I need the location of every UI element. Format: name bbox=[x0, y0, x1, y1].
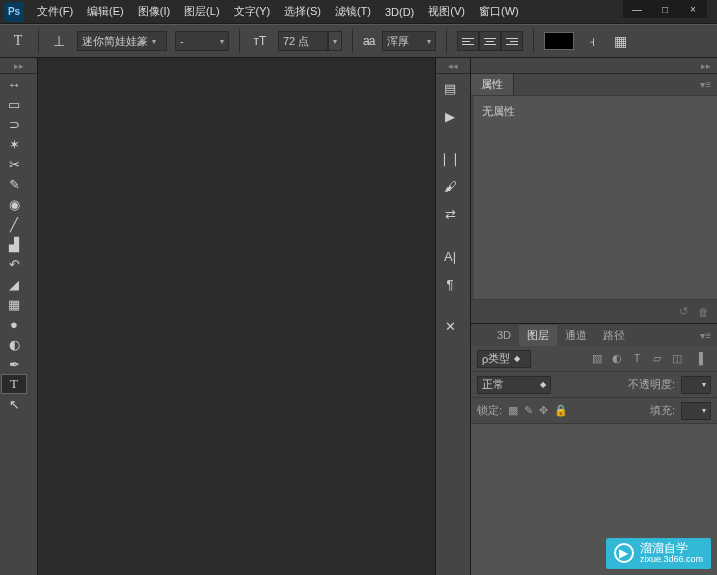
tab-paths[interactable]: 路径 bbox=[595, 325, 633, 346]
fill-field[interactable]: ▾ bbox=[681, 402, 711, 420]
layer-filter-dropdown[interactable]: ρ 类型 ◆ bbox=[477, 350, 531, 368]
character-icon[interactable]: A| bbox=[437, 244, 463, 268]
document-canvas[interactable] bbox=[38, 58, 435, 575]
dodge-tool[interactable]: ◐ bbox=[1, 334, 27, 354]
stamp-tool[interactable]: ▟ bbox=[1, 234, 27, 254]
filter-adjust-icon[interactable]: ◐ bbox=[609, 352, 625, 365]
font-style-dropdown[interactable]: -▾ bbox=[175, 31, 229, 51]
options-bar: T ⊥ 迷你简娃娃篆▾ -▾ тT 72 点 ▾ aa 浑厚▾ ⫞ ▦ bbox=[0, 24, 717, 58]
brushes-icon[interactable]: ❘❘ bbox=[437, 146, 463, 170]
font-family-dropdown[interactable]: 迷你简娃娃篆▾ bbox=[77, 31, 167, 51]
crop-tool[interactable]: ✂ bbox=[1, 154, 27, 174]
menu-type[interactable]: 文字(Y) bbox=[227, 1, 278, 22]
font-size-icon: тT bbox=[250, 29, 270, 53]
paragraph-icon[interactable]: ¶ bbox=[437, 272, 463, 296]
menu-3d[interactable]: 3D(D) bbox=[378, 3, 421, 21]
tool-panel: ▸▸ ↔ ▭ ⊃ ✶ ✂ ✎ ◉ ╱ ▟ ↶ ◢ ▦ ● ◐ ✒ T ↖ bbox=[0, 58, 38, 575]
no-properties-label: 无属性 bbox=[482, 105, 515, 117]
eyedropper-tool[interactable]: ✎ bbox=[1, 174, 27, 194]
tools-icon[interactable]: ✕ bbox=[437, 314, 463, 338]
panel-menu-icon[interactable]: ▾≡ bbox=[700, 79, 717, 90]
blend-opacity-row: 正常◆ 不透明度: ▾ bbox=[471, 372, 717, 398]
properties-tab[interactable]: 属性 bbox=[471, 74, 514, 95]
character-panel-button[interactable]: ▦ bbox=[610, 29, 630, 53]
orientation-icon[interactable]: ⊥ bbox=[49, 29, 69, 53]
menu-image[interactable]: 图像(I) bbox=[131, 1, 177, 22]
opacity-label: 不透明度: bbox=[628, 377, 675, 392]
menu-edit[interactable]: 编辑(E) bbox=[80, 1, 131, 22]
font-style-value: - bbox=[180, 35, 184, 47]
brush-tool[interactable]: ╱ bbox=[1, 214, 27, 234]
layers-menu-icon[interactable]: ▾≡ bbox=[700, 330, 717, 341]
blur-tool[interactable]: ● bbox=[1, 314, 27, 334]
lock-all-icon[interactable]: 🔒 bbox=[554, 404, 568, 417]
antialias-dropdown[interactable]: 浑厚▾ bbox=[382, 31, 436, 51]
marquee-tool[interactable]: ▭ bbox=[1, 94, 27, 114]
layers-panel-tabs: 3D 图层 通道 路径 ▾≡ bbox=[471, 324, 717, 346]
tool-preset-icon[interactable]: T bbox=[8, 29, 28, 53]
filter-shape-icon[interactable]: ▱ bbox=[649, 352, 665, 365]
menu-view[interactable]: 视图(V) bbox=[421, 1, 472, 22]
minimize-button[interactable]: — bbox=[623, 0, 651, 18]
magic-wand-tool[interactable]: ✶ bbox=[1, 134, 27, 154]
history-brush-tool[interactable]: ↶ bbox=[1, 254, 27, 274]
filter-pixel-icon[interactable]: ▧ bbox=[589, 352, 605, 365]
properties-panel-footer: ↺ 🗑 bbox=[471, 299, 717, 323]
right-collapse-handle[interactable]: ▸▸ bbox=[471, 58, 717, 74]
spot-heal-tool[interactable]: ◉ bbox=[1, 194, 27, 214]
lock-transparency-icon[interactable]: ▩ bbox=[508, 404, 518, 417]
text-color-swatch[interactable] bbox=[544, 32, 574, 50]
font-size-value[interactable]: 72 点 bbox=[278, 31, 328, 51]
reset-icon[interactable]: ↺ bbox=[679, 305, 688, 318]
eraser-tool[interactable]: ◢ bbox=[1, 274, 27, 294]
tool-collapse-handle[interactable]: ▸▸ bbox=[0, 58, 37, 74]
font-family-value: 迷你简娃娃篆 bbox=[82, 34, 148, 49]
app-logo: Ps bbox=[4, 2, 24, 22]
menu-window[interactable]: 窗口(W) bbox=[472, 1, 526, 22]
warp-text-button[interactable]: ⫞ bbox=[582, 29, 602, 53]
lock-fill-row: 锁定: ▩ ✎ ✥ 🔒 填充: ▾ bbox=[471, 398, 717, 424]
lasso-tool[interactable]: ⊃ bbox=[1, 114, 27, 134]
antialias-value: 浑厚 bbox=[387, 34, 409, 49]
gradient-tool[interactable]: ▦ bbox=[1, 294, 27, 314]
close-button[interactable]: × bbox=[679, 0, 707, 18]
tab-channels[interactable]: 通道 bbox=[557, 325, 595, 346]
menu-select[interactable]: 选择(S) bbox=[277, 1, 328, 22]
brush-presets-icon[interactable]: 🖌 bbox=[437, 174, 463, 198]
filter-type-icon[interactable]: T bbox=[629, 352, 645, 365]
workspace: ▸▸ ↔ ▭ ⊃ ✶ ✂ ✎ ◉ ╱ ▟ ↶ ◢ ▦ ● ◐ ✒ T ↖ ◂◂ … bbox=[0, 58, 717, 575]
menu-file[interactable]: 文件(F) bbox=[30, 1, 80, 22]
path-select-tool[interactable]: ↖ bbox=[1, 394, 27, 414]
align-left-button[interactable] bbox=[457, 31, 479, 51]
align-center-button[interactable] bbox=[479, 31, 501, 51]
font-size-dropdown-arrow[interactable]: ▾ bbox=[328, 31, 342, 51]
tab-layers[interactable]: 图层 bbox=[519, 325, 557, 346]
play-icon: ▶ bbox=[614, 543, 634, 563]
actions-icon[interactable]: ▶ bbox=[437, 104, 463, 128]
watermark-url: zixue.3d66.com bbox=[640, 555, 703, 565]
collapsed-dock: ◂◂ ▤ ▶ ❘❘ 🖌 ⇄ A| ¶ ✕ bbox=[435, 58, 471, 575]
pen-tool[interactable]: ✒ bbox=[1, 354, 27, 374]
menu-layer[interactable]: 图层(L) bbox=[177, 1, 226, 22]
tab-3d[interactable]: 3D bbox=[489, 326, 519, 344]
delete-icon[interactable]: 🗑 bbox=[698, 306, 709, 318]
filter-toggle[interactable]: ▌ bbox=[695, 352, 711, 365]
right-panel-group: ▸▸ 属性 ▾≡ 无属性 ↺ 🗑 3D 图层 通道 路径 ▾≡ ρ 类型 ◆ bbox=[471, 58, 717, 575]
blend-mode-dropdown[interactable]: 正常◆ bbox=[477, 376, 551, 394]
maximize-button[interactable]: □ bbox=[651, 0, 679, 18]
lock-position-icon[interactable]: ✥ bbox=[539, 404, 548, 417]
move-tool[interactable]: ↔ bbox=[1, 74, 27, 94]
type-tool[interactable]: T bbox=[1, 374, 27, 394]
clone-source-icon[interactable]: ⇄ bbox=[437, 202, 463, 226]
filter-smart-icon[interactable]: ◫ bbox=[669, 352, 685, 365]
font-size-field[interactable]: 72 点 ▾ bbox=[278, 31, 342, 51]
align-right-button[interactable] bbox=[501, 31, 523, 51]
menu-filter[interactable]: 滤镜(T) bbox=[328, 1, 378, 22]
lock-label: 锁定: bbox=[477, 403, 502, 418]
lock-image-icon[interactable]: ✎ bbox=[524, 404, 533, 417]
fill-label: 填充: bbox=[650, 403, 675, 418]
text-align-group bbox=[457, 31, 523, 51]
dock-collapse-handle[interactable]: ◂◂ bbox=[436, 58, 470, 74]
history-icon[interactable]: ▤ bbox=[437, 76, 463, 100]
opacity-field[interactable]: ▾ bbox=[681, 376, 711, 394]
